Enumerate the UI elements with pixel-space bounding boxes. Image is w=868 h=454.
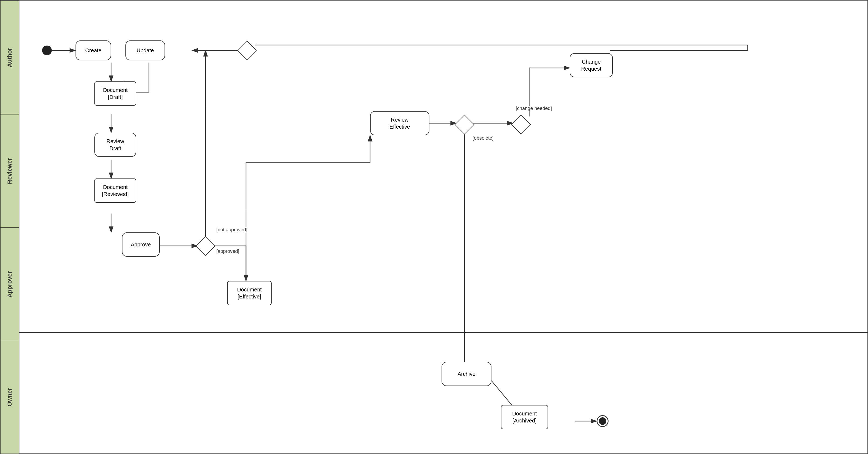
node-doc-effective: Document[Effective] — [227, 281, 272, 305]
diamond-change — [513, 117, 529, 133]
node-change-request: ChangeRequest — [570, 53, 613, 77]
arrows-svg — [20, 1, 867, 453]
node-doc-reviewed: Document[Reviewed] — [94, 179, 136, 203]
node-review-effective: ReviewEffective — [370, 111, 429, 135]
node-approve: Approve — [122, 232, 160, 257]
diamond-review — [456, 117, 472, 133]
lane-divider-1 — [20, 106, 867, 106]
node-review-draft: ReviewDraft — [94, 133, 136, 157]
label-not-approved: [not approved] — [216, 227, 247, 233]
label-change-needed: [change needed] — [516, 106, 552, 111]
diamond-approve — [197, 238, 214, 254]
node-update: Update — [125, 40, 165, 60]
label-approved: [approved] — [216, 249, 239, 254]
lane-label-owner: Owner — [1, 341, 19, 454]
label-obsolete: [obsolete] — [472, 135, 494, 141]
lane-label-reviewer: Reviewer — [1, 114, 19, 228]
end-node — [597, 415, 609, 427]
lane-labels: Author Reviewer Approver Owner — [1, 1, 20, 453]
node-doc-draft: Document[Draft] — [94, 82, 136, 106]
lane-divider-2 — [20, 211, 867, 212]
diagram-container: Author Reviewer Approver Owner — [0, 0, 868, 454]
start-node — [42, 45, 52, 55]
node-archive: Archive — [441, 362, 492, 386]
node-create: Create — [75, 40, 111, 60]
node-doc-archived: Document[Archived] — [501, 405, 548, 429]
diagram-area: Create Update ChangeRequest Document[Dra… — [20, 1, 867, 453]
diamond-top — [239, 42, 255, 59]
lane-label-approver: Approver — [1, 227, 19, 341]
lane-divider-3 — [20, 332, 867, 333]
lane-label-author: Author — [1, 1, 19, 114]
